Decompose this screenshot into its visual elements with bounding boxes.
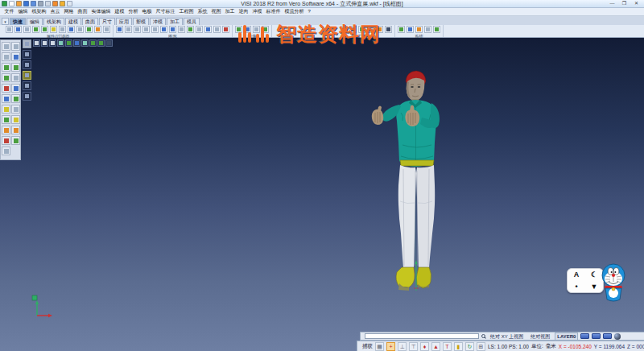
search-icon[interactable] [481,334,485,338]
save-icon[interactable] [23,1,29,6]
ribbon-icon[interactable] [125,26,132,33]
menu-die[interactable]: 冲模 [250,8,264,15]
redo-icon[interactable] [60,1,65,6]
menu-modeling[interactable]: 建模 [113,8,126,15]
ribbon-icon[interactable] [213,26,221,33]
snap-marker-icon[interactable]: ▲ [431,342,440,351]
color-swatch[interactable] [603,333,612,339]
ribbon-icon[interactable] [76,26,84,33]
tool-icon[interactable] [2,63,10,72]
menu-mesh[interactable]: 网格 [62,8,76,15]
snap-perpendicular-icon[interactable]: ⊥ [398,342,407,351]
mini-tool-icon[interactable] [105,39,113,47]
refresh-icon[interactable]: ↻ [465,342,474,351]
ribbon-icon[interactable] [134,26,141,33]
ribbon-icon[interactable] [367,26,374,33]
ribbon-icon[interactable] [196,26,203,33]
menu-moldflow[interactable]: 模流分析 [283,8,306,15]
print-preview-icon[interactable] [45,1,51,6]
snap-keypoint-icon[interactable]: ♦ [420,342,429,351]
grid-plane-icon[interactable]: ⊞ [477,342,485,351]
menu-electrode[interactable]: 电极 [140,8,154,15]
ribbon-icon[interactable] [151,26,159,33]
snap-bar-icon[interactable]: ▮ [454,342,463,351]
ribbon-icon[interactable] [32,26,39,33]
snap-text-icon[interactable]: T [443,342,452,351]
ribbon-icon[interactable] [253,26,260,33]
menu-view[interactable]: 视图 [209,8,223,15]
tab-dimension[interactable]: 尺寸 [99,18,115,25]
absolute-view-button[interactable]: 绝对视图 [528,332,552,341]
mini-tool-icon[interactable] [73,39,80,47]
chevron-down-icon[interactable]: ▾ [2,18,9,25]
human-model[interactable] [354,64,451,306]
tool-icon[interactable] [2,52,10,61]
units-label[interactable]: 单位: [531,343,543,350]
tool-icon[interactable] [11,73,20,82]
tool-icon[interactable] [2,115,10,124]
tab-mold[interactable]: 塑模 [133,18,149,25]
color-swatch[interactable] [580,333,589,339]
ribbon-icon[interactable] [50,26,57,33]
tab-surface[interactable]: 曲面 [82,18,98,25]
new-file-icon[interactable] [9,1,14,6]
ime-menu-key[interactable]: ▼ [591,283,598,291]
menu-analysis[interactable]: 分析 [126,8,140,15]
tool-icon[interactable] [2,94,10,103]
tool-icon[interactable] [11,42,20,51]
ribbon-icon[interactable] [349,26,357,33]
save-all-icon[interactable] [31,1,36,6]
snap-tangent-icon[interactable]: ⊤ [409,342,418,351]
ribbon-icon[interactable] [204,26,212,33]
tool-icon[interactable] [2,84,10,93]
tool-icon[interactable] [11,94,20,103]
ribbon-icon[interactable] [178,26,185,33]
tool-icon[interactable] [2,105,10,114]
mini-tool-icon[interactable] [89,39,97,47]
mini-tool-icon[interactable] [41,39,48,47]
menu-system[interactable]: 系统 [196,8,209,15]
menu-surface[interactable]: 曲面 [76,8,89,15]
ribbon-icon[interactable] [262,26,269,33]
menu-help[interactable]: ? [306,8,312,15]
tool-icon[interactable] [11,84,20,93]
ribbon-icon[interactable] [169,26,176,33]
view-button-active[interactable] [23,71,31,80]
menu-file[interactable]: 文件 [2,8,16,15]
ribbon-icon[interactable] [6,26,13,33]
menu-dimension[interactable]: 尺寸标注 [154,8,177,15]
ribbon-icon[interactable] [85,26,93,33]
ime-mode-key[interactable]: A [574,270,580,279]
view-button[interactable] [23,50,31,59]
view-button[interactable] [23,92,31,101]
tool-icon[interactable] [11,105,20,114]
ribbon-icon[interactable] [94,26,101,33]
tool-icon[interactable] [11,136,20,145]
tool-icon[interactable] [11,52,20,61]
ribbon-icon[interactable] [222,26,229,33]
menu-pointcloud[interactable]: 点云 [48,8,62,15]
ribbon-icon[interactable] [244,26,251,33]
ribbon-icon[interactable] [23,26,31,33]
tab-wireframe[interactable]: 线架构 [43,18,64,25]
canvas-viewport[interactable] [0,38,644,351]
snap-grid-icon[interactable]: ▦ [375,342,384,351]
ribbon-icon[interactable] [14,26,22,33]
ribbon-icon[interactable] [398,26,405,33]
ribbon-icon[interactable] [385,26,392,33]
tab-machining[interactable]: 加工 [167,18,183,25]
mini-tool-icon[interactable] [65,39,72,47]
mini-tool-icon[interactable] [97,39,105,47]
ribbon-icon[interactable] [407,26,414,33]
menu-machining[interactable]: 加工 [223,8,237,15]
view-button[interactable] [23,39,31,48]
layer-button[interactable]: LAYER0 [555,332,578,341]
ribbon-icon[interactable] [376,26,383,33]
ribbon-icon[interactable] [160,26,167,33]
ribbon-icon[interactable] [103,26,110,33]
ribbon-icon[interactable] [424,26,431,33]
undo-icon[interactable] [52,1,58,6]
tab-quick[interactable]: 快速 [10,18,26,25]
close-button[interactable]: ✕ [630,0,642,7]
ribbon-icon[interactable] [187,26,194,33]
